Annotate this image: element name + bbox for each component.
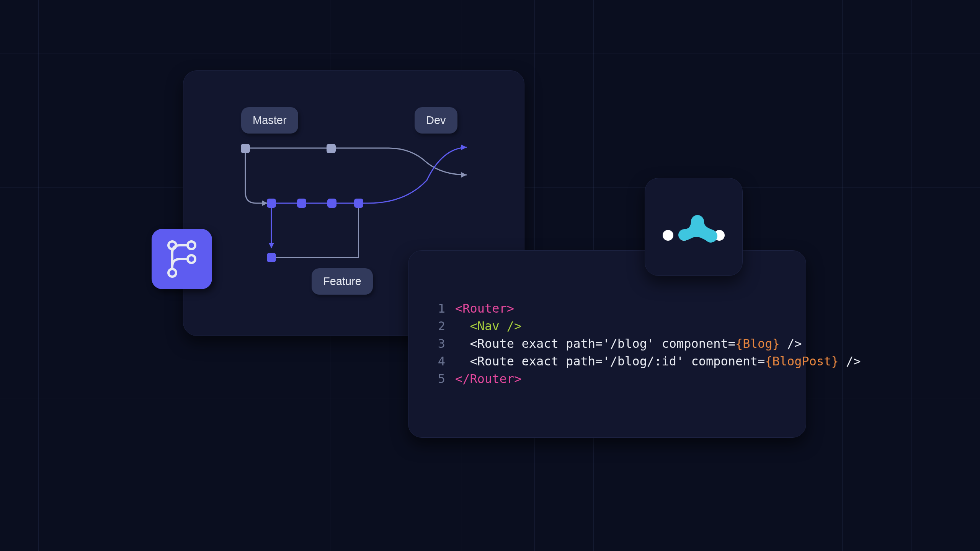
code-block: 1<Router>2 <Nav />3 <Route exact path='/…: [425, 300, 861, 388]
commit-node: [327, 144, 336, 153]
code-text: </Router>: [455, 370, 521, 388]
code-line: 1<Router>: [425, 300, 861, 317]
svg-marker-1: [461, 145, 467, 150]
commit-node: [267, 253, 276, 262]
commit-node: [241, 144, 250, 153]
commit-node: [327, 199, 336, 208]
code-text: <Route exact path='/blog' component={Blo…: [455, 335, 802, 352]
line-number: 2: [425, 317, 445, 335]
code-line: 2 <Nav />: [425, 317, 861, 335]
commit-node: [354, 199, 363, 208]
code-text: <Route exact path='/blog/:id' component=…: [455, 352, 861, 370]
react-router-logo-icon: [661, 208, 726, 246]
code-text: <Nav />: [455, 317, 521, 335]
code-line: 5</Router>: [425, 370, 861, 388]
line-number: 1: [425, 300, 445, 317]
git-branch-icon-tile: [152, 229, 212, 289]
svg-marker-3: [269, 243, 274, 248]
code-snippet-card: 1<Router>2 <Nav />3 <Route exact path='/…: [408, 250, 806, 438]
svg-point-8: [663, 230, 673, 241]
line-number: 4: [425, 352, 445, 370]
git-branch-icon: [166, 240, 198, 278]
line-number: 3: [425, 335, 445, 352]
commit-node: [297, 199, 306, 208]
code-text: <Router>: [455, 300, 514, 317]
svg-marker-0: [461, 172, 467, 178]
commit-node: [267, 199, 276, 208]
line-number: 5: [425, 370, 445, 388]
code-line: 4 <Route exact path='/blog/:id' componen…: [425, 352, 861, 370]
logo-tile: [645, 178, 743, 276]
code-line: 3 <Route exact path='/blog' component={B…: [425, 335, 861, 352]
